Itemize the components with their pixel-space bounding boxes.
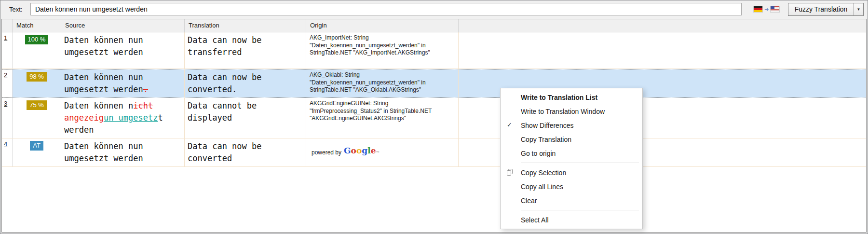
menu-item-copy-all-lines[interactable]: Copy all Lines bbox=[501, 179, 642, 193]
match-cell: 98 % bbox=[13, 69, 61, 97]
diff-inserted-text: un umgesetz bbox=[104, 113, 158, 123]
row-number[interactable]: 2 bbox=[2, 69, 13, 97]
row-number-header bbox=[2, 19, 13, 32]
match-results-table: MatchSourceTranslationOrigin 1100 %Daten… bbox=[1, 19, 867, 233]
source-text: umgesetzt werden bbox=[64, 47, 143, 57]
origin-cell: AKG_ImportNet: String"Daten_koennen_nun_… bbox=[306, 32, 459, 69]
menu-item-label: Copy all Lines bbox=[521, 183, 563, 191]
match-badge: 98 % bbox=[27, 72, 47, 82]
menu-item-label: Copy Translation bbox=[521, 136, 571, 143]
column-header-translation[interactable]: Translation bbox=[185, 19, 306, 32]
match-cell: 100 % bbox=[13, 32, 61, 69]
menu-item-select-all[interactable]: Select All bbox=[501, 213, 642, 227]
menu-item-label: Write to Translation List bbox=[521, 94, 597, 101]
menu-item-label: Copy Selection bbox=[521, 169, 566, 177]
menu-item-clear[interactable]: Clear bbox=[501, 193, 642, 207]
source-text: umgesetzt werden bbox=[64, 84, 143, 94]
context-menu: Write to Translation ListWrite to Transl… bbox=[500, 88, 643, 229]
menu-item-label: Select All bbox=[521, 216, 549, 224]
google-logo: Google bbox=[344, 147, 376, 155]
origin-cell: AKG_Oklabi: String"Daten_koennen_nun_umg… bbox=[306, 69, 459, 97]
direction-arrow-icon: ➜ bbox=[764, 7, 769, 12]
row-number[interactable]: 4 bbox=[2, 138, 13, 166]
origin-cell: AKGGridEngineGUINet: String"frmPreproces… bbox=[306, 98, 459, 138]
row-number[interactable]: 1 bbox=[2, 32, 13, 69]
language-direction-indicator: ➜ bbox=[754, 6, 779, 12]
menu-item-write-to-translation-window[interactable]: Write to Translation Window bbox=[501, 104, 642, 118]
fuzzy-translation-button[interactable]: Fuzzy Translation bbox=[788, 3, 854, 16]
search-text-input[interactable] bbox=[30, 3, 742, 15]
text-label: Text: bbox=[9, 6, 22, 13]
trademark-symbol: ™ bbox=[376, 147, 379, 156]
match-cell: AT bbox=[13, 138, 61, 166]
checkmark-icon: ✓ bbox=[507, 121, 512, 128]
menu-item-write-to-translation-list[interactable]: Write to Translation List bbox=[501, 90, 642, 104]
match-row-1[interactable]: 1100 %Daten können nunumgesetzt werdenDa… bbox=[2, 32, 866, 69]
source-text: Daten können nun bbox=[64, 72, 143, 82]
source-cell: Daten können nunumgesetzt werden. bbox=[61, 69, 185, 97]
column-header-filler bbox=[459, 19, 866, 32]
source-text: Daten können nun bbox=[64, 141, 143, 151]
match-badge: 75 % bbox=[27, 100, 47, 110]
match-badge: AT bbox=[30, 141, 43, 151]
menu-item-label: Show Differences bbox=[521, 122, 573, 129]
menu-item-copy-selection[interactable]: Copy Selection bbox=[501, 165, 642, 179]
source-text: Daten können n bbox=[64, 101, 133, 110]
match-cell: 75 % bbox=[13, 98, 61, 138]
source-cell: Daten können nunumgesetzt werden bbox=[61, 138, 185, 166]
match-row-2[interactable]: 298 %Daten können nunumgesetzt werden.Da… bbox=[2, 69, 866, 98]
german-flag-icon bbox=[754, 6, 762, 12]
menu-separator bbox=[521, 210, 639, 210]
copy-icon bbox=[506, 168, 514, 176]
menu-item-show-differences[interactable]: ✓Show Differences bbox=[501, 118, 642, 132]
menu-item-label: Go to origin bbox=[521, 150, 556, 157]
diff-deleted-text: icht bbox=[133, 101, 153, 110]
us-flag-icon bbox=[771, 6, 779, 12]
match-row-3[interactable]: 375 %Daten können nichtangezeigun umgese… bbox=[2, 98, 866, 138]
source-text: werden bbox=[64, 125, 94, 135]
match-badge: 100 % bbox=[25, 35, 49, 44]
translation-cell: Data cannot bedisplayed bbox=[185, 98, 306, 138]
origin-cell: powered byGoogle™ bbox=[306, 138, 459, 166]
translation-cell: Data can now beconverted. bbox=[185, 69, 306, 97]
column-header-origin[interactable]: Origin bbox=[306, 19, 459, 32]
menu-item-label: Clear bbox=[521, 197, 537, 205]
translation-cell: Data can now betransferred bbox=[185, 32, 306, 69]
source-cell: Daten können nichtangezeigun umgesetztwe… bbox=[61, 98, 185, 138]
diff-deleted-text: angezeig bbox=[64, 113, 104, 123]
menu-item-label: Write to Translation Window bbox=[521, 108, 605, 115]
chevron-down-icon: ▼ bbox=[857, 7, 861, 12]
source-text: t bbox=[158, 113, 163, 123]
source-text: umgesetzt werden bbox=[64, 153, 143, 163]
column-header-match[interactable]: Match bbox=[13, 19, 61, 32]
source-cell: Daten können nunumgesetzt werden bbox=[61, 32, 185, 69]
row-number[interactable]: 3 bbox=[2, 98, 13, 138]
table-body: 1100 %Daten können nunumgesetzt werdenDa… bbox=[2, 32, 866, 167]
toolbar: Text: ➜ Fuzzy Translation ▼ bbox=[0, 0, 868, 18]
fuzzy-translation-dropdown-button[interactable]: ▼ bbox=[854, 3, 864, 16]
fuzzy-translation-panel: Text: ➜ Fuzzy Translation ▼ MatchSourceT… bbox=[0, 0, 868, 234]
google-attribution: powered byGoogle™ bbox=[310, 140, 455, 157]
translation-cell: Data can now beconverted bbox=[185, 138, 306, 166]
menu-item-go-to-origin[interactable]: Go to origin bbox=[501, 146, 642, 160]
menu-separator bbox=[521, 163, 639, 163]
source-text: Daten können nun bbox=[64, 35, 143, 45]
fuzzy-translation-split-button: Fuzzy Translation ▼ bbox=[788, 3, 864, 16]
column-header-source[interactable]: Source bbox=[61, 19, 185, 32]
table-header-row: MatchSourceTranslationOrigin bbox=[2, 19, 866, 32]
filler-cell bbox=[459, 32, 866, 69]
google-powered-by-text: powered by bbox=[312, 147, 341, 157]
diff-deleted-text: . bbox=[143, 84, 148, 94]
menu-item-copy-translation[interactable]: Copy Translation bbox=[501, 132, 642, 146]
match-row-4[interactable]: 4ATDaten können nunumgesetzt werdenData … bbox=[2, 138, 866, 167]
